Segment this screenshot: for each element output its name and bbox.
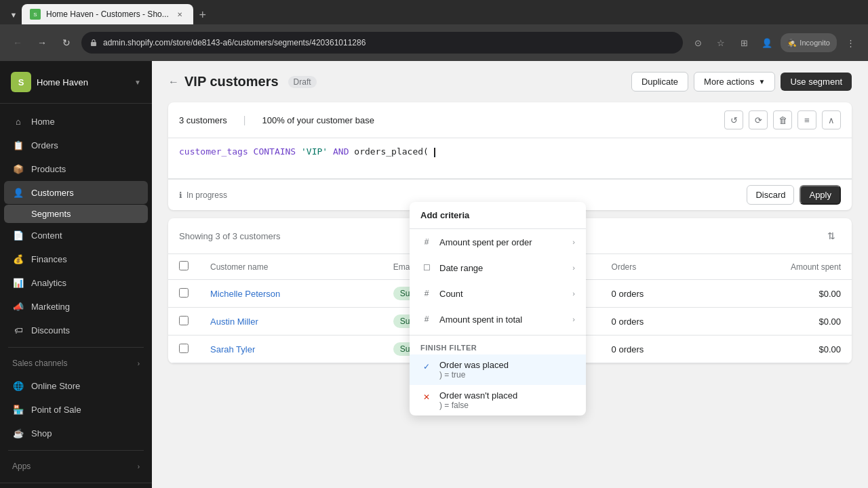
sales-channels-header[interactable]: Sales channels › [4, 353, 148, 373]
dropdown-item-order-was-placed[interactable]: ✓ Order was placed ) = true [410, 354, 586, 385]
reload-segment-button[interactable]: ⟳ [749, 110, 768, 129]
select-all-checkbox[interactable] [179, 261, 189, 270]
sales-channels-label: Sales channels [12, 359, 67, 368]
stat-actions: ↺ ⟳ 🗑 ≡ ∧ [724, 110, 841, 129]
row-checkbox-cell[interactable] [168, 308, 199, 336]
back-arrow-icon[interactable]: ← [168, 76, 179, 88]
sidebar-item-label: Orders [31, 140, 58, 150]
customer-name-link[interactable]: Michelle Peterson [210, 289, 280, 299]
analytics-icon: 📊 [12, 277, 24, 289]
add-criteria-dropdown: Add criteria # Amount spent per order › … [410, 202, 586, 415]
row-checkbox[interactable] [179, 316, 189, 325]
sidebar-item-shop[interactable]: ☕ Shop [4, 422, 148, 445]
back-button[interactable]: ← [8, 33, 27, 52]
content-icon: 📄 [12, 229, 24, 241]
code-string: 'VIP' [301, 146, 328, 157]
col-orders: Orders [601, 254, 709, 280]
sidebar-item-marketing[interactable]: 📣 Marketing [4, 295, 148, 318]
bookmark-button[interactable]: ☆ [711, 33, 730, 52]
dropdown-item-amount-per-order[interactable]: # Amount spent per order › [410, 229, 586, 255]
customer-name-link[interactable]: Sarah Tyler [210, 344, 255, 354]
shop-icon: ☕ [12, 427, 24, 439]
sidebar-item-orders[interactable]: 📋 Orders [4, 134, 148, 157]
extensions-button[interactable]: ⊞ [734, 33, 753, 52]
row-checkbox-cell[interactable] [168, 280, 199, 308]
cast-button[interactable]: ⊙ [688, 33, 707, 52]
menu-button[interactable]: ⋮ [841, 33, 860, 52]
apply-button[interactable]: Apply [800, 185, 841, 205]
sales-channels-chevron-icon: › [138, 360, 140, 367]
sidebar-item-label: Shop [31, 428, 52, 439]
sidebar-item-analytics[interactable]: 📊 Analytics [4, 271, 148, 294]
url-text: admin.shopify.com/store/de8143-a6/custom… [103, 38, 366, 47]
sort-button[interactable]: ⇅ [822, 226, 841, 245]
sidebar-item-label: Products [31, 164, 66, 174]
store-chevron-icon[interactable]: ▼ [134, 79, 141, 86]
sidebar-item-customers[interactable]: 👤 Customers [4, 181, 148, 204]
active-tab[interactable]: S Home Haven - Customers - Sho... ✕ [22, 4, 193, 24]
dropdown-item-date-range[interactable]: ☐ Date range › [410, 255, 586, 281]
amount-cell: $0.00 [709, 308, 852, 336]
header-actions: Duplicate More actions ▼ Use segment [631, 72, 852, 92]
filter-segment-button[interactable]: ≡ [797, 110, 816, 129]
orders-cell: 0 orders [601, 308, 709, 336]
tab-close-button[interactable]: ✕ [174, 9, 185, 20]
sidebar-item-products[interactable]: 📦 Products [4, 157, 148, 180]
tab-favicon: S [30, 9, 41, 20]
new-tab-button[interactable]: + [193, 5, 212, 24]
draft-badge: Draft [288, 76, 317, 88]
sidebar-item-content[interactable]: 📄 Content [4, 224, 148, 247]
more-actions-button[interactable]: More actions ▼ [694, 72, 775, 92]
stat-divider: | [243, 115, 246, 125]
browser-tab-dropdown[interactable]: ▼ [5, 5, 22, 24]
duplicate-button[interactable]: Duplicate [631, 72, 688, 92]
dropdown-item-label: Date range [439, 263, 566, 273]
more-actions-label: More actions [704, 77, 754, 87]
finish-filter-content: Order was placed ) = true [439, 360, 509, 380]
browser-navigation: ← → ↻ admin.shopify.com/store/de8143-a6/… [0, 24, 868, 61]
refresh-button[interactable]: ↺ [724, 110, 743, 129]
chevron-right-icon: › [572, 264, 575, 272]
address-bar[interactable]: admin.shopify.com/store/de8143-a6/custom… [81, 32, 683, 54]
code-operator [248, 146, 254, 157]
row-checkbox[interactable] [179, 344, 189, 353]
apps-header[interactable]: Apps › [4, 456, 148, 476]
dropdown-item-order-wasnt-placed[interactable]: ✕ Order wasn't placed ) = false [410, 385, 586, 415]
row-checkbox[interactable] [179, 288, 189, 298]
use-segment-button[interactable]: Use segment [781, 73, 852, 91]
code-editor[interactable]: customer_tags CONTAINS 'VIP' AND orders_… [168, 138, 852, 179]
products-icon: 📦 [12, 163, 24, 175]
collapse-button[interactable]: ∧ [822, 110, 841, 129]
svg-rect-0 [91, 42, 96, 46]
discard-button[interactable]: Discard [747, 185, 794, 205]
sidebar-sub-item-segments[interactable]: Segments [4, 205, 148, 223]
apps-label: Apps [12, 462, 31, 471]
incognito-label: Incognito [800, 39, 830, 47]
sidebar-item-finances[interactable]: 💰 Finances [4, 247, 148, 270]
incognito-badge: 🕵 Incognito [781, 33, 837, 52]
row-checkbox-cell[interactable] [168, 336, 199, 363]
sidebar-item-discounts[interactable]: 🏷 Discounts [4, 319, 148, 342]
sidebar-item-label: Finances [31, 254, 67, 264]
dropdown-item-count[interactable]: # Count › [410, 281, 586, 306]
sidebar-item-home[interactable]: ⌂ Home [4, 110, 148, 133]
sidebar-item-online-store[interactable]: 🌐 Online Store [4, 374, 148, 397]
amount-cell: $0.00 [709, 336, 852, 363]
sidebar-item-point-of-sale[interactable]: 🏪 Point of Sale [4, 398, 148, 421]
reload-button[interactable]: ↻ [57, 33, 76, 52]
orders-cell: 0 orders [601, 336, 709, 363]
dropdown-item-amount-in-total[interactable]: # Amount spent in total › [410, 306, 586, 332]
finish-filter-label: Finish filter [410, 338, 586, 354]
amount-cell: $0.00 [709, 280, 852, 308]
hash-icon-3: # [420, 313, 433, 325]
customer-name-link[interactable]: Austin Miller [210, 317, 258, 327]
profile-button[interactable]: 👤 [757, 33, 776, 52]
select-all-header[interactable] [168, 254, 199, 280]
tab-title: Home Haven - Customers - Sho... [46, 9, 169, 19]
dropdown-header: Add criteria [410, 202, 586, 229]
forward-button[interactable]: → [33, 33, 52, 52]
delete-segment-button[interactable]: 🗑 [773, 110, 792, 129]
editor-actions: Discard Apply [747, 185, 841, 205]
dropdown-item-label: Amount spent per order [439, 237, 566, 247]
chevron-right-icon: › [572, 289, 575, 298]
